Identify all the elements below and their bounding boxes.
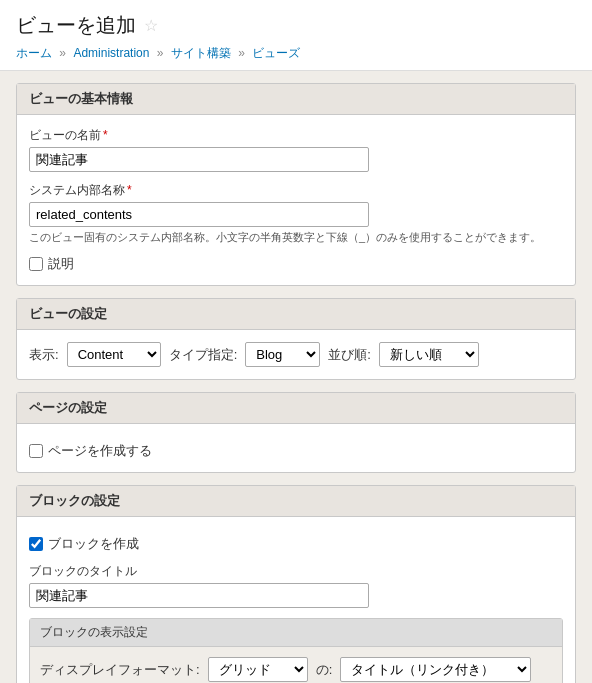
basic-info-title: ビューの基本情報	[17, 84, 575, 115]
system-name-label: システム内部名称*	[29, 182, 563, 199]
view-settings-row: 表示: Content タイプ指定: Blog 並び順: 新しい順	[29, 342, 563, 367]
required-star-name: *	[103, 128, 108, 142]
block-settings-title: ブロックの設定	[17, 486, 575, 517]
system-name-hint: このビュー固有のシステム内部名称。小文字の半角英数字と下線（_）のみを使用するこ…	[29, 230, 563, 245]
display-settings-subcard: ブロックの表示設定 ディスプレイフォーマット: グリッド の: タイトル（リンク…	[29, 618, 563, 683]
block-title-row: ブロックのタイトル	[29, 563, 563, 608]
breadcrumb: ホーム » Administration » サイト構築 » ビューズ	[16, 45, 576, 62]
sort-label: 並び順:	[328, 346, 371, 364]
favorite-star-icon[interactable]: ☆	[144, 16, 158, 35]
sort-select[interactable]: 新しい順	[379, 342, 479, 367]
type-label: タイプ指定:	[169, 346, 238, 364]
display-label: 表示:	[29, 346, 59, 364]
display-format-row: ディスプレイフォーマット: グリッド の: タイトル（リンク付き）	[40, 657, 552, 682]
description-checkbox[interactable]	[29, 257, 43, 271]
system-name-row: システム内部名称* このビュー固有のシステム内部名称。小文字の半角英数字と下線（…	[29, 182, 563, 245]
create-block-row: ブロックを作成	[29, 535, 563, 553]
page-title: ビューを追加	[16, 12, 136, 39]
description-label[interactable]: 説明	[48, 255, 74, 273]
create-page-label[interactable]: ページを作成する	[48, 442, 152, 460]
view-name-row: ビューの名前*	[29, 127, 563, 172]
breadcrumb-sep-2: »	[157, 46, 164, 60]
page-settings-title: ページの設定	[17, 393, 575, 424]
page-header: ビューを追加 ☆ ホーム » Administration » サイト構築 » …	[0, 0, 592, 71]
basic-info-section: ビューの基本情報 ビューの名前* システム内部名称* このビュー固有のシステム内…	[16, 83, 576, 286]
breadcrumb-sep-3: »	[238, 46, 245, 60]
required-star-system: *	[127, 183, 132, 197]
display-select[interactable]: Content	[67, 342, 161, 367]
breadcrumb-home[interactable]: ホーム	[16, 46, 52, 60]
create-page-checkbox[interactable]	[29, 444, 43, 458]
create-block-label[interactable]: ブロックを作成	[48, 535, 139, 553]
display-format-label: ディスプレイフォーマット:	[40, 661, 200, 679]
system-name-input[interactable]	[29, 202, 369, 227]
view-name-label: ビューの名前*	[29, 127, 563, 144]
description-checkbox-row: 説明	[29, 255, 563, 273]
type-select[interactable]: Blog	[245, 342, 320, 367]
view-name-input[interactable]	[29, 147, 369, 172]
block-settings-section: ブロックの設定 ブロックを作成 ブロックのタイトル ブロックの表示設定 ディスプ…	[16, 485, 576, 683]
breadcrumb-views[interactable]: ビューズ	[252, 46, 300, 60]
main-content: ビューの基本情報 ビューの名前* システム内部名称* このビュー固有のシステム内…	[0, 71, 592, 683]
of-label: の:	[316, 661, 333, 679]
display-format-select[interactable]: グリッド	[208, 657, 308, 682]
display-settings-subtitle: ブロックの表示設定	[30, 619, 562, 647]
of-select[interactable]: タイトル（リンク付き）	[340, 657, 531, 682]
breadcrumb-administration[interactable]: Administration	[73, 46, 149, 60]
breadcrumb-site-build[interactable]: サイト構築	[171, 46, 231, 60]
create-block-checkbox[interactable]	[29, 537, 43, 551]
view-settings-section: ビューの設定 表示: Content タイプ指定: Blog 並び順: 新しい順	[16, 298, 576, 380]
page-settings-section: ページの設定 ページを作成する	[16, 392, 576, 473]
block-title-input[interactable]	[29, 583, 369, 608]
breadcrumb-sep-1: »	[59, 46, 66, 60]
view-settings-title: ビューの設定	[17, 299, 575, 330]
create-page-row: ページを作成する	[29, 442, 563, 460]
block-title-label: ブロックのタイトル	[29, 563, 563, 580]
